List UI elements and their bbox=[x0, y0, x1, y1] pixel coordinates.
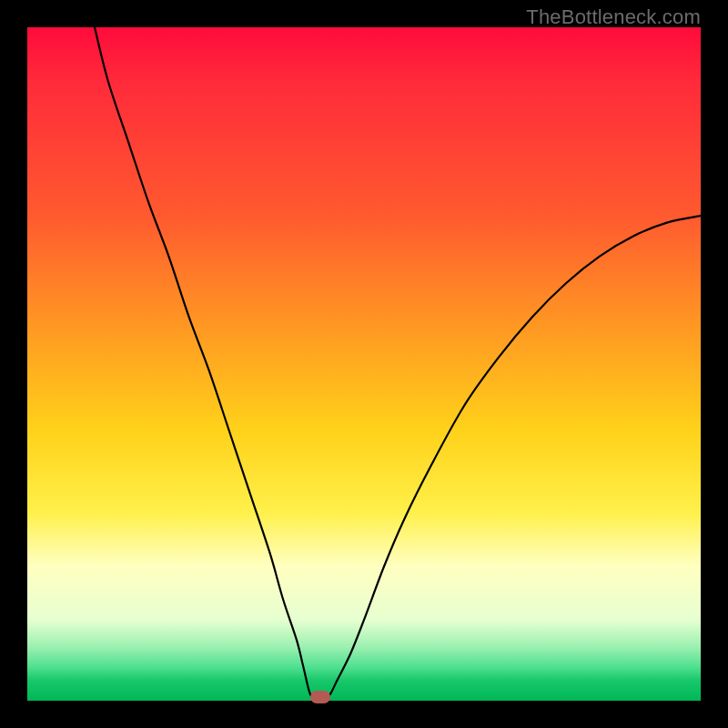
plot-area bbox=[27, 27, 701, 701]
bottleneck-curve bbox=[95, 27, 701, 701]
chart-frame: TheBottleneck.com bbox=[0, 0, 728, 728]
minimum-marker bbox=[310, 691, 330, 703]
watermark-text: TheBottleneck.com bbox=[526, 5, 701, 29]
curve-layer bbox=[27, 27, 701, 701]
